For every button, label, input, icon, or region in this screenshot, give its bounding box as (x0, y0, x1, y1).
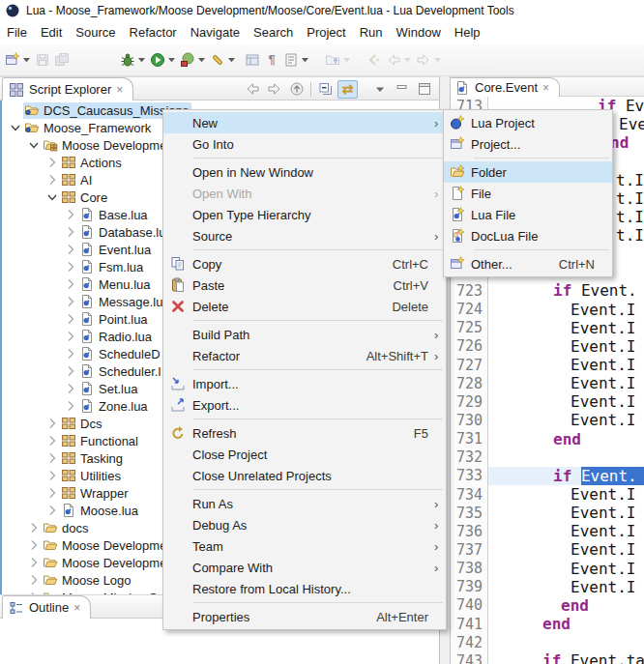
code-line-740[interactable]: 740end (451, 596, 644, 615)
menu-item-go-into[interactable]: Go Into (163, 133, 446, 155)
code-line-732[interactable]: 732 (451, 448, 644, 467)
save-all-button[interactable] (52, 46, 72, 73)
menu-item-project[interactable]: Project... (444, 133, 612, 155)
menu-item-properties[interactable]: PropertiesAlt+Enter (163, 606, 446, 627)
show-whitespace-button[interactable]: ¶ (262, 46, 281, 73)
code-line-742[interactable]: 742 (451, 633, 644, 651)
code-line-739[interactable]: 739Event.I (451, 578, 644, 596)
chevron-right-icon[interactable] (63, 311, 78, 327)
back-button[interactable] (242, 80, 262, 99)
chevron-right-icon[interactable] (63, 381, 78, 396)
code-line-736[interactable]: 736Event.I (451, 522, 644, 540)
code-line-731[interactable]: 731end (451, 430, 644, 448)
code-line-737[interactable]: 737Event.I (451, 540, 644, 559)
code-line-743[interactable]: 743if Event.ta (451, 651, 644, 664)
dropdown-caret-icon[interactable] (22, 57, 31, 63)
maximize-button[interactable] (414, 80, 434, 99)
menu-item-close-project[interactable]: Close Project (163, 444, 446, 465)
chevron-right-icon[interactable] (26, 520, 42, 535)
code-line-735[interactable]: 735Event.I (451, 504, 644, 522)
menu-item-close-unrelated-projects[interactable]: Close Unrelated Projects (163, 465, 446, 486)
code-line-730[interactable]: 730Event.I (451, 411, 644, 429)
dropdown-caret-icon[interactable] (301, 57, 309, 63)
new-wizard-button[interactable] (3, 46, 33, 73)
chevron-right-icon[interactable] (63, 294, 78, 309)
menu-item-file[interactable]: File (444, 183, 612, 204)
menu-item-lua-file[interactable]: Lua File (444, 204, 612, 225)
code-line-text[interactable]: if Event. (487, 281, 644, 300)
menu-item-build-path[interactable]: Build Path› (163, 324, 446, 345)
menu-item-open-type-hierarchy[interactable]: Open Type Hierarchy (163, 204, 446, 225)
code-line-text[interactable]: end (487, 596, 644, 615)
code-line-729[interactable]: 729Event.I (451, 392, 644, 411)
close-icon[interactable]: × (542, 80, 549, 96)
menu-item-source[interactable]: Source› (163, 225, 446, 246)
menubar-refactor[interactable]: Refactor (123, 23, 184, 42)
menu-item-debug-as[interactable]: Debug As› (163, 514, 446, 535)
code-line-text[interactable]: Event.I (487, 578, 644, 596)
chevron-right-icon[interactable] (26, 537, 42, 553)
chevron-right-icon[interactable] (44, 172, 60, 188)
code-line-text[interactable]: Event.I (487, 319, 644, 337)
profile-button[interactable] (178, 46, 208, 73)
menu-item-lua-project[interactable]: Lua Project (444, 112, 612, 133)
menu-item-import[interactable]: Import... (163, 373, 446, 394)
menu-item-restore-from-local-history[interactable]: Restore from Local History... (163, 578, 446, 599)
code-line-text[interactable]: Event.I (487, 522, 644, 540)
code-line-741[interactable]: 741end (451, 615, 644, 633)
close-icon[interactable]: × (73, 600, 80, 616)
chevron-right-icon[interactable] (63, 398, 78, 414)
chevron-right-icon[interactable] (44, 503, 60, 518)
menu-item-compare-with[interactable]: Compare With› (163, 557, 446, 578)
collapse-all-button[interactable] (315, 80, 336, 99)
menubar-search[interactable]: Search (247, 23, 300, 42)
forward-button[interactable] (414, 46, 444, 73)
menu-item-open-with[interactable]: Open With› (163, 183, 446, 204)
code-line-text[interactable]: Event.I (487, 411, 644, 429)
chevron-right-icon[interactable] (44, 155, 60, 170)
chevron-right-icon[interactable] (63, 259, 78, 274)
chevron-right-icon[interactable] (44, 468, 60, 483)
dropdown-caret-icon[interactable] (227, 57, 236, 63)
chevron-right-icon[interactable] (44, 433, 60, 448)
tab-script-explorer[interactable]: Script Explorer × (2, 77, 133, 101)
code-line-text[interactable]: Event.I (487, 560, 644, 578)
menu-item-doclua-file[interactable]: @DocLua File (444, 225, 612, 246)
menu-item-refresh[interactable]: RefreshF5 (163, 422, 446, 444)
menu-item-new[interactable]: New› (163, 112, 446, 133)
code-line-734[interactable]: 734Event.I (451, 485, 644, 504)
chevron-right-icon[interactable] (44, 450, 60, 466)
code-line-text[interactable]: Event.I (487, 540, 644, 559)
code-line-727[interactable]: 727Event.I (451, 356, 644, 374)
dropdown-caret-icon[interactable] (342, 57, 351, 63)
dropdown-caret-icon[interactable] (403, 57, 412, 63)
menu-item-export[interactable]: Export... (163, 394, 446, 416)
menu-item-folder[interactable]: Folder (444, 161, 612, 183)
code-line-text[interactable]: if Event.ta (487, 651, 644, 664)
code-line-text[interactable]: if Event. (487, 467, 644, 485)
code-line-text[interactable]: Event.I (487, 504, 644, 522)
menu-item-copy[interactable]: CopyCtrl+C (163, 253, 446, 274)
view-menu-button[interactable] (369, 80, 390, 99)
menubar-navigate[interactable]: Navigate (184, 23, 247, 42)
menubar-window[interactable]: Window (390, 23, 448, 42)
chevron-down-icon[interactable] (44, 189, 60, 205)
dropdown-caret-icon[interactable] (433, 57, 442, 63)
debug-button[interactable] (118, 46, 148, 73)
code-line-724[interactable]: 724Event.I (451, 301, 644, 319)
minimize-button[interactable] (392, 80, 412, 99)
menubar-file[interactable]: File (0, 23, 34, 42)
chevron-right-icon[interactable] (63, 276, 78, 292)
dropdown-caret-icon[interactable] (197, 57, 206, 63)
menu-item-paste[interactable]: PasteCtrl+V (163, 274, 446, 296)
code-line-723[interactable]: 723if Event. (451, 281, 644, 300)
run-button[interactable] (148, 46, 178, 73)
code-line-725[interactable]: 725Event.I (451, 319, 644, 337)
menu-item-run-as[interactable]: Run As› (163, 493, 446, 514)
menubar-help[interactable]: Help (448, 23, 487, 42)
external-tools-button[interactable] (208, 46, 238, 73)
menu-item-other[interactable]: Other...Ctrl+N (444, 253, 612, 274)
link-with-editor-button[interactable]: ⇄ (337, 80, 358, 99)
last-edit-button[interactable] (365, 46, 384, 73)
menu-item-team[interactable]: Team› (163, 535, 446, 557)
